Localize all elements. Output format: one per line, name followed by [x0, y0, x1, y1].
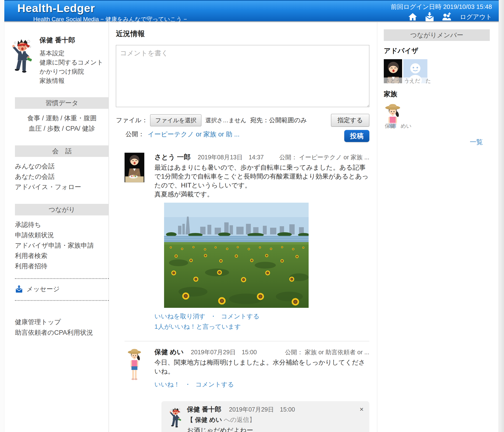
home-icon[interactable] — [407, 12, 418, 22]
sidebar-item-health-top[interactable]: 健康管理トップ — [15, 317, 109, 327]
member-hoken-mei[interactable]: 保健 めい — [384, 103, 402, 130]
reply-target-line: 【 保健 めい への返信】 — [187, 416, 364, 424]
talk-links: みんなの会話 あなたの会話 アドバイス・フォロー — [11, 161, 109, 192]
app-header: Health-Ledger Health Care Social Media −… — [4, 0, 499, 22]
unlike-link[interactable]: いいねを取り消す — [154, 313, 206, 320]
members-panel: つながりメンバー アドバイザ さとう 一 うえだ た 家族 保健 めい 一覧 — [377, 22, 499, 432]
section-header-habit-data: 習慣データ — [15, 97, 109, 109]
specify-recipient-button[interactable]: 指定する — [331, 114, 369, 127]
message-inbox-icon[interactable] — [424, 12, 435, 22]
group-label-family: 家族 — [384, 89, 491, 99]
post-body-paragraph: 真夏感が満載です。 — [154, 190, 369, 199]
sidebar-item-your-talk[interactable]: あなたの会話 — [15, 172, 109, 182]
sidebar-item-everyone-talk[interactable]: みんなの会話 — [15, 161, 109, 172]
post-body: 今日、関東地方は梅雨明けしましたよ。水分補給をしっかりしてくださいね。 — [154, 358, 369, 376]
app-logo: Health-Ledger — [17, 2, 187, 15]
profile-link-family-doctor[interactable]: かかりつけ病院 — [39, 67, 103, 76]
sidebar-divider — [15, 278, 109, 279]
like-link[interactable]: いいね！ — [154, 381, 180, 388]
comment-input[interactable] — [116, 45, 369, 107]
sidebar-item-user-search[interactable]: 利用者検索 — [15, 251, 109, 261]
habit-links: 食事 / 運動 / 体重・腹囲 血圧 / 歩数 / CPA/ 健診 — [11, 113, 109, 134]
close-icon[interactable]: × — [360, 406, 364, 413]
avatar-hoken-mei — [125, 347, 144, 383]
members-panel-title: つながりメンバー — [384, 29, 490, 41]
profile-link-health-comment[interactable]: 健康に関するコメント — [39, 58, 103, 67]
post-satou: さとう 一郎 2019年08月13日 14:37 公開： イーピーテクノ or … — [125, 153, 369, 331]
file-select-button[interactable]: ファイルを選択 — [150, 114, 201, 126]
profile-block: 保健 番十郎 基本設定 健康に関するコメント かかりつけ病院 家族情報 — [11, 29, 109, 85]
header-right: 前回ログイン日時 2019/10/03 15:48 ログアウト — [391, 1, 499, 21]
sidebar-item-user-invite[interactable]: 利用者招待 — [15, 261, 109, 271]
post-hoken-mei: 保健 めい 2019年07月29日 15:00 公開： 家族 or 助言依頼者 … — [125, 341, 369, 389]
member-name-label: うえだ た — [403, 78, 432, 84]
sidebar-item-request-status[interactable]: 申請依頼状況 — [15, 230, 109, 241]
avatar-satou-ichirou — [125, 153, 144, 182]
reply-target-name: 保健 めい — [195, 416, 222, 423]
group-label-adviser: アドバイザ — [384, 46, 491, 55]
post-body-paragraph: 今日、関東地方は梅雨明けしましたよ。水分補給をしっかりしてくださいね。 — [154, 358, 369, 376]
feed: さとう 一郎 2019年08月13日 14:37 公開： イーピーテクノ or … — [116, 153, 369, 432]
scope-label: 公開： — [126, 130, 144, 138]
sidebar-divider — [15, 300, 109, 301]
page-title: 近況情報 — [116, 29, 369, 39]
brand-block: Health-Ledger Health Care Social Media −… — [4, 1, 187, 21]
sidebar-item-adviser-family-request[interactable]: アドバイザ申請・家族申請 — [15, 241, 109, 251]
profile-link-family-info[interactable]: 家族情報 — [39, 76, 103, 85]
post-scope: 公開： 家族 or 助言依頼者 or ... — [285, 348, 369, 356]
section-header-connection: つながり — [15, 204, 109, 216]
member-name-label: 保健 めい — [384, 123, 413, 130]
sidebar-footer-links: 健康管理トップ 助言依頼者のCPA利用状況 — [15, 317, 109, 338]
like-status-link[interactable]: 1人がいいね！と言っています — [154, 322, 369, 331]
member-satou[interactable]: さとう 一 — [384, 59, 402, 84]
member-list-link[interactable]: 一覧 — [384, 138, 483, 146]
comment-link[interactable]: コメントする — [221, 313, 260, 320]
habit-links-row1[interactable]: 食事 / 運動 / 体重・腹囲 — [15, 113, 109, 123]
left-sidebar: 保健 番十郎 基本設定 健康に関するコメント かかりつけ病院 家族情報 習慣デー… — [4, 22, 109, 432]
member-ueda[interactable]: うえだ た — [403, 59, 428, 84]
adviser-members: さとう 一 うえだ た — [384, 59, 491, 84]
post-body-paragraph: 最近はあまりにも暑いので、歩かず自転車に乗ってみました。ある記事で1分間全力で自… — [154, 163, 369, 190]
post-actions: いいね！ ・ コメントする — [154, 380, 369, 389]
post-actions: いいねを取り消す ・ コメントする — [154, 312, 369, 320]
comment-link[interactable]: コメントする — [195, 381, 234, 388]
composer-scope-row: 公開： イーピーテクノ or 家族 or 助 ... 投稿 — [116, 130, 369, 142]
comment-hoken-banjuurou: 保健 番十郎 2019年07月29日 15:00 × 【 保健 めい への返信】… — [162, 401, 369, 432]
sidebar-item-message[interactable]: メッセージ — [15, 285, 109, 293]
message-icon — [15, 285, 23, 293]
recipient-label: 宛先： — [250, 116, 269, 124]
page-layout: 保健 番十郎 基本設定 健康に関するコメント かかりつけ病院 家族情報 習慣デー… — [4, 22, 499, 432]
last-login-text: 前回ログイン日時 2019/10/03 15:48 — [391, 3, 492, 11]
recipient-value: 公開範囲のみ — [269, 116, 307, 124]
comment-thread: 保健 番十郎 2019年07月29日 15:00 × 【 保健 めい への返信】… — [162, 401, 369, 432]
habit-links-row2[interactable]: 血圧 / 歩数 / CPA/ 健診 — [15, 123, 109, 134]
avatar-hoken-banjuurou — [169, 406, 182, 430]
profile-link-basic-settings[interactable]: 基本設定 — [39, 49, 103, 58]
message-label: メッセージ — [27, 285, 60, 293]
action-separator: ・ — [185, 381, 191, 388]
scope-link[interactable]: イーピーテクノ or 家族 or 助 ... — [148, 130, 239, 139]
profile-name: 保健 番十郎 — [39, 36, 103, 45]
composer-file-row: ファイル： ファイルを選択 選択さ…ません 宛先： 公開範囲のみ 指定する — [116, 114, 369, 127]
file-status-text: 選択さ…ません — [205, 116, 246, 124]
comment-body: お酒じゃだめだよねー — [187, 426, 364, 432]
connection-links: 承認待ち 申請依頼状況 アドバイザ申請・家族申請 利用者検索 利用者招待 — [11, 220, 109, 271]
post-scope: 公開： イーピーテクノ or 家族 ... — [279, 153, 369, 161]
submit-post-button[interactable]: 投稿 — [344, 130, 369, 142]
comment-date: 2019年07月29日 15:00 — [229, 406, 295, 414]
post-date: 2019年07月29日 15:00 — [191, 348, 257, 356]
window-gutter — [0, 0, 4, 432]
sidebar-item-cpa-usage[interactable]: 助言依頼者のCPA利用状況 — [15, 327, 109, 338]
action-separator: ・ — [210, 313, 216, 320]
profile-links: 基本設定 健康に関するコメント かかりつけ病院 家族情報 — [39, 49, 103, 85]
profile-avatar[interactable] — [11, 37, 33, 77]
section-header-talk: 会 話 — [15, 145, 109, 157]
post-body: 最近はあまりにも暑いので、歩かず自転車に乗ってみました。ある記事で1分間全力で自… — [154, 163, 369, 199]
post-author: さとう 一郎 — [154, 153, 190, 162]
sidebar-item-approval-waiting[interactable]: 承認待ち — [15, 220, 109, 230]
logout-link[interactable]: ログアウト — [460, 13, 492, 21]
page-scrollbar[interactable] — [499, 0, 504, 432]
post-author: 保健 めい — [154, 347, 184, 357]
sidebar-item-advice-follow[interactable]: アドバイス・フォロー — [15, 182, 109, 192]
add-user-icon[interactable] — [441, 12, 452, 22]
